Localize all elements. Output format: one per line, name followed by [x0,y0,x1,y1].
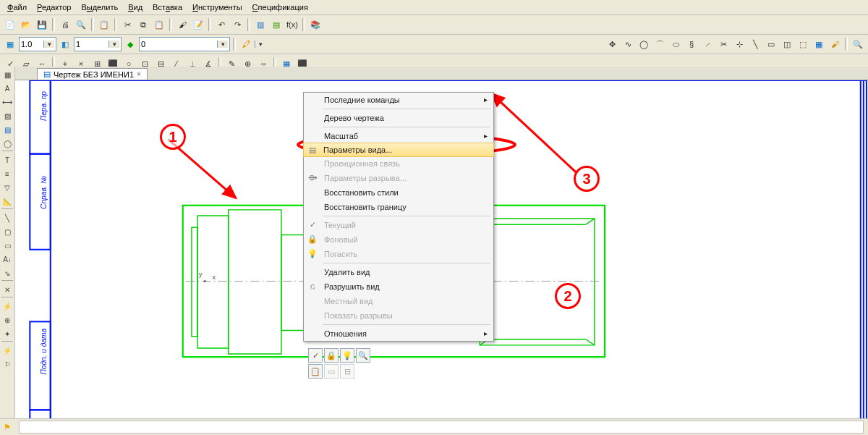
layers-button[interactable]: ▤ [269,17,284,32]
vt-line-icon[interactable]: ╲ [1,211,14,224]
vt-al-icon[interactable]: A↓ [1,253,14,266]
curve1-icon[interactable]: ∿ [621,37,635,51]
ctx-view-params[interactable]: ▤Параметры вида... [303,143,494,157]
menu-tools[interactable]: Инструменты [188,1,247,13]
paint-icon[interactable]: 🖍 [239,37,253,51]
ft-check-icon[interactable]: ✓ [308,348,323,363]
ft-frame1-icon[interactable]: ▭ [324,364,339,379]
cut-button[interactable]: ✂ [120,17,135,32]
ft-props-icon[interactable]: 📋 [308,364,323,379]
redo-button[interactable]: ↷ [230,17,244,32]
props-button[interactable]: 📝 [191,17,205,32]
svg-point-16 [204,280,206,282]
line-weight-combo[interactable]: 1.0▾ [19,37,56,51]
destroy-icon: ⎌ [307,282,318,293]
vt-t-icon[interactable]: T [1,153,14,166]
ft-zoom-icon[interactable]: 🔍 [356,348,370,363]
ft-frame2-icon[interactable]: ⊟ [340,364,354,379]
3d2-icon[interactable]: ⬚ [796,37,810,51]
copy-button[interactable]: ⧉ [136,17,150,32]
zoom-brush-icon[interactable]: 🖌 [827,37,842,51]
layer-combo[interactable]: 1▾ [74,37,122,51]
gap-icon: ⟴ [307,173,318,185]
ctx-delete-view[interactable]: Удалить вид [304,265,493,279]
doc-button[interactable]: 📋 [97,17,111,32]
vt-caliper-icon[interactable]: 📐 [1,195,14,208]
ctx-restore-border[interactable]: Восстановить границу [304,200,493,214]
vt-text-icon[interactable]: A [1,82,14,95]
vt-bolt2-icon[interactable]: ⚡ [1,344,14,357]
ctx-scale[interactable]: Масштаб [304,129,493,143]
ctx-recent-commands[interactable]: Последние команды [304,93,493,107]
svg-text:y: y [199,271,203,278]
vt-hand-icon[interactable]: ⇘ [1,266,14,279]
vt-struct-icon[interactable]: ≡ [1,167,14,180]
status-flag-icon[interactable]: ⚑ [0,420,14,434]
lib-button[interactable]: 📚 [308,17,323,32]
vt-view-icon[interactable]: ◯ [1,137,14,150]
save-button[interactable]: 💾 [35,17,49,32]
pan-icon[interactable]: ✥ [605,37,619,51]
open-button[interactable]: 📂 [19,17,33,32]
menu-view[interactable]: Вид [124,1,147,13]
params-icon: ▤ [307,145,318,157]
document-tab[interactable]: ▤ Чертеж БЕЗ ИМЕНИ1 × [37,68,148,80]
snap1-icon[interactable]: ⊹ [732,37,746,51]
ctx-drawing-tree[interactable]: Дерево чертежа [304,111,493,125]
ctx-relations[interactable]: Отношения [304,326,493,341]
arc-icon[interactable]: ⌒ [652,37,667,51]
print-button[interactable]: 🖨 [58,17,72,32]
rect-icon[interactable]: ▭ [764,37,778,51]
ellipse-icon[interactable]: ⬭ [668,37,683,51]
view-icon[interactable]: ▦ [812,37,826,51]
grid-icon[interactable]: ▦ [3,37,17,51]
menu-select[interactable]: Выделить [77,1,122,13]
new-button[interactable]: 📄 [3,17,17,32]
tab-title: Чертеж БЕЗ ИМЕНИ1 [54,70,134,79]
vt-table-icon[interactable]: ▤ [1,123,14,136]
ft-bulb-icon[interactable]: 💡 [340,348,354,363]
ft-lock-icon[interactable]: 🔒 [324,348,339,363]
paste-button[interactable]: 📋 [152,17,166,32]
menu-editor[interactable]: Редактор [33,1,75,13]
path-icon[interactable]: ⟋ [700,37,715,51]
vt-star-icon[interactable]: ✦ [1,327,14,340]
circle-icon[interactable]: ◯ [637,37,651,51]
3d1-icon[interactable]: ◫ [780,37,794,51]
view-combo[interactable]: 0▾ [139,37,230,51]
vt-x-icon[interactable]: ✕ [1,283,14,296]
command-input[interactable] [19,421,864,434]
ctx-restore-styles[interactable]: Восстановить стили [304,185,493,200]
vt-grid-icon[interactable]: ▦ [1,68,14,81]
vt-rect-icon[interactable]: ▭ [1,239,14,252]
vt-tri-icon[interactable]: ▽ [1,181,14,194]
vt-dim-icon[interactable]: ⟷ [1,96,14,109]
svg-text:x: x [212,274,216,281]
vars-button[interactable]: f(x) [285,17,299,32]
spline-icon[interactable]: § [684,37,699,51]
vt-plus-icon[interactable]: ⊕ [1,313,14,326]
vt-hatch-icon[interactable]: ▨ [1,109,14,122]
layer-icon[interactable]: ◧ [58,37,72,51]
vt-flag-icon[interactable]: ⚐ [1,358,14,371]
zoom-out-icon[interactable]: 🔍 [851,37,865,51]
paint-dd[interactable]: ▾ [255,41,265,48]
trim-icon[interactable]: ✂ [716,37,731,51]
ctx-destroy-view[interactable]: ⎌Разрушить вид [304,279,493,294]
canvas[interactable]: Перв. пр Справ. № Подп. и дата [15,80,868,419]
ctx-projection-link: Проекционная связь [304,156,493,171]
menu-spec[interactable]: Спецификация [248,1,312,13]
ctx-background: 🔒Фоновый [304,232,493,247]
line-icon[interactable]: ╲ [748,37,762,51]
manager-button[interactable]: ▥ [253,17,268,32]
tab-close-icon[interactable]: × [137,70,141,78]
undo-button[interactable]: ↶ [214,17,229,32]
vt-bolt-icon[interactable]: ⚡ [1,300,14,313]
layer-btn[interactable]: ◆ [123,37,137,51]
status-bar: ⚑ [0,418,868,435]
preview-button[interactable]: 🔍 [74,17,88,32]
menu-insert[interactable]: Вставка [148,1,187,13]
vt-square-icon[interactable]: ▢ [1,225,14,238]
brush-button[interactable]: 🖌 [175,17,190,32]
menu-file[interactable]: ФФайлайл [3,1,31,13]
